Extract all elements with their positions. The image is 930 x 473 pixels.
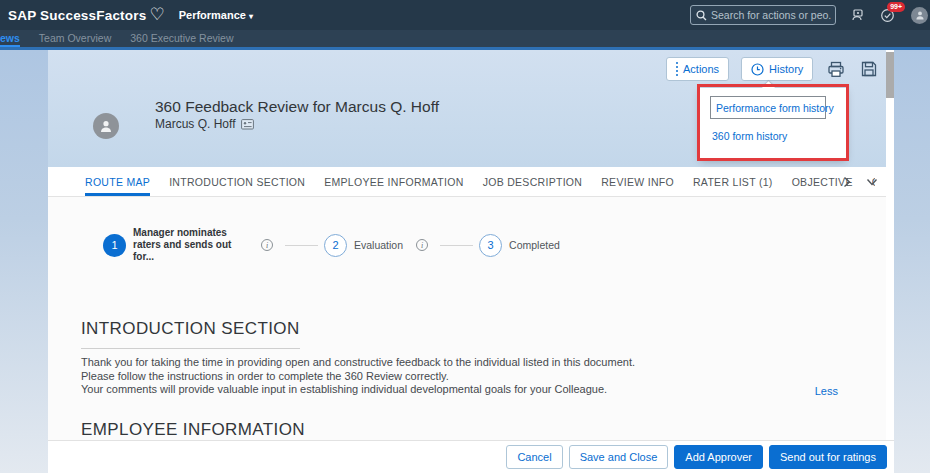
info-icon[interactable]: i <box>261 239 273 251</box>
intro-paragraph: Please follow the instructions in order … <box>81 370 635 384</box>
employee-name-row: Marcus Q. Hoff <box>155 117 254 131</box>
topbar-right-cluster: 99+ <box>690 0 930 30</box>
step-1-label: Manager nominates raters and sends out f… <box>133 227 255 263</box>
employee-name: Marcus Q. Hoff <box>155 117 235 131</box>
step-3-circle: 3 <box>479 234 502 257</box>
user-avatar[interactable] <box>911 7 928 24</box>
send-out-for-ratings-button[interactable]: Send out for ratings <box>769 445 887 469</box>
actions-button[interactable]: Actions <box>666 57 729 81</box>
intro-paragraph: Your comments will provide valuable inpu… <box>81 383 635 397</box>
introduction-text: Thank you for taking the time in providi… <box>81 356 635 397</box>
step-connector <box>285 245 318 246</box>
history-dropdown-menu: Performance form history 360 form histor… <box>700 88 846 158</box>
global-topbar: SAP SuccessFactors ♡ Performance▾ 99+ <box>0 0 930 30</box>
clock-icon <box>751 63 764 76</box>
module-menu-label: Performance <box>179 9 246 21</box>
info-icon[interactable]: i <box>416 239 428 251</box>
actions-button-label: Actions <box>683 63 719 75</box>
menu-item-performance-form-history[interactable]: Performance form history <box>710 96 826 119</box>
step-2-label: Evaluation <box>354 239 403 251</box>
overflow-dots-icon <box>676 62 678 76</box>
module-menu[interactable]: Performance▾ <box>179 9 253 21</box>
scrollbar-track[interactable] <box>886 50 894 440</box>
page-title: 360 Feedback Review for Marcus Q. Hoff <box>155 98 439 116</box>
header-actions-row: Actions History <box>666 57 877 81</box>
step-2-circle: 2 <box>324 234 347 257</box>
search-input[interactable] <box>711 9 831 21</box>
tab-job-description[interactable]: JOB DESCRIPTION <box>483 167 583 196</box>
tab-route-map[interactable]: ROUTE MAP <box>85 167 150 196</box>
accent-divider <box>0 47 930 50</box>
global-search[interactable] <box>690 5 836 25</box>
save-and-close-button[interactable]: Save and Close <box>569 445 669 469</box>
org-chart-icon[interactable] <box>850 8 864 22</box>
chevron-right-icon[interactable] <box>843 176 851 188</box>
scrollbar-thumb[interactable] <box>886 52 894 98</box>
cancel-button[interactable]: Cancel <box>506 445 562 469</box>
notifications-icon[interactable]: 99+ <box>880 8 895 23</box>
print-icon[interactable] <box>827 61 845 78</box>
app-window: SAP SuccessFactors ♡ Performance▾ 99+ <box>0 0 930 473</box>
footer-toolbar: Cancel Save and Close Add Approver Send … <box>48 440 894 473</box>
module-navbar: ews Team Overview 360 Executive Review <box>0 30 930 47</box>
form-content: 1 Manager nominates raters and sends out… <box>48 197 886 440</box>
form-tabbar: ROUTE MAP INTRODUCTION SECTION EMPLOYEE … <box>48 167 894 197</box>
chevron-down-icon: ▾ <box>249 12 253 21</box>
step-connector <box>440 245 473 246</box>
nav-item-360-executive-review[interactable]: 360 Executive Review <box>130 30 233 44</box>
route-map: 1 Manager nominates raters and sends out… <box>103 227 567 263</box>
nav-item-reviews-clipped[interactable]: ews <box>0 30 20 47</box>
step-1-circle: 1 <box>103 234 126 257</box>
nav-item-team-overview[interactable]: Team Overview <box>39 30 111 44</box>
tab-employee-information[interactable]: EMPLOYEE INFORMATION <box>324 167 463 196</box>
brand-logo: SAP SuccessFactors <box>8 8 146 23</box>
menu-item-360-form-history[interactable]: 360 form history <box>712 130 787 142</box>
search-icon <box>696 10 707 21</box>
tab-introduction-section[interactable]: INTRODUCTION SECTION <box>169 167 305 196</box>
save-icon[interactable] <box>861 61 877 77</box>
employee-information-heading: EMPLOYEE INFORMATION <box>81 420 305 440</box>
add-approver-button[interactable]: Add Approver <box>674 445 763 469</box>
intro-paragraph: Thank you for taking the time in providi… <box>81 356 635 370</box>
tab-review-info[interactable]: REVIEW INFO <box>601 167 674 196</box>
chevron-down-tabs-icon[interactable] <box>866 178 878 186</box>
history-button-label: History <box>769 63 803 75</box>
heart-icon: ♡ <box>149 6 164 23</box>
notification-badge: 99+ <box>887 2 905 12</box>
contact-card-icon[interactable] <box>241 119 254 130</box>
step-3-label: Completed <box>509 239 560 251</box>
less-link[interactable]: Less <box>815 385 838 397</box>
tab-rater-list[interactable]: RATER LIST (1) <box>693 167 773 196</box>
employee-avatar <box>93 113 119 139</box>
introduction-section-heading: INTRODUCTION SECTION <box>81 319 300 349</box>
tab-overflow-controls <box>843 167 878 197</box>
history-button[interactable]: History <box>741 57 813 81</box>
